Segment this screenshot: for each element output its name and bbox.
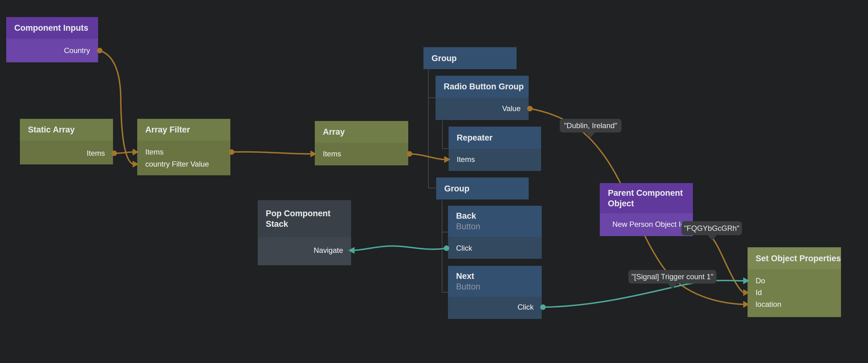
node-graph-canvas[interactable]: Component Inputs Country Static Array It… xyxy=(0,0,868,363)
tooltip-tail xyxy=(708,235,717,240)
output-port-back-click[interactable] xyxy=(444,245,449,251)
output-port-static-array-items[interactable] xyxy=(112,151,117,156)
input-port-id-arrow[interactable] xyxy=(743,289,749,296)
output-port-array-filter-items[interactable] xyxy=(229,149,235,155)
input-port-filter-items-arrow[interactable] xyxy=(132,148,139,156)
output-port-next-click[interactable] xyxy=(540,304,546,310)
input-port-repeater-items-arrow[interactable] xyxy=(444,156,451,163)
tooltip-text: "[Signal] Trigger count 1" xyxy=(631,272,713,281)
input-port-country-filter-value-arrow[interactable] xyxy=(132,161,139,168)
tooltip-signal-preview: "[Signal] Trigger count 1" xyxy=(628,270,716,284)
input-port-location-arrow[interactable] xyxy=(743,301,749,308)
tooltip-id-preview: "FQGYbGcGRh" xyxy=(681,221,742,235)
output-port-array-items[interactable] xyxy=(407,151,412,157)
tooltip-tail xyxy=(668,283,677,289)
output-port-value[interactable] xyxy=(527,106,533,111)
input-port-do-arrow[interactable] xyxy=(743,277,749,284)
tooltip-text: "FQGYbGcGRh" xyxy=(684,224,739,232)
output-port-country[interactable] xyxy=(97,48,102,53)
input-port-array-items-arrow[interactable] xyxy=(310,151,317,157)
input-port-navigate-arrow[interactable] xyxy=(348,247,354,254)
ports-layer xyxy=(0,0,868,363)
tooltip-text: "Dublin, Ireland" xyxy=(564,121,617,130)
tooltip-value-preview: "Dublin, Ireland" xyxy=(560,119,621,132)
tooltip-tail xyxy=(586,132,595,138)
